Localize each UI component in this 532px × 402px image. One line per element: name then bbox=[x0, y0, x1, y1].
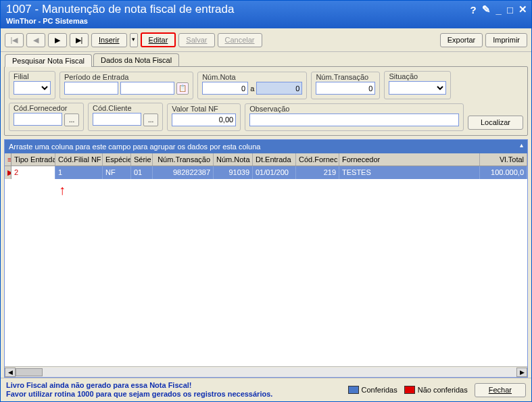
label-codfornec: Cód.Fornecedor bbox=[14, 104, 79, 112]
table-row[interactable]: ▶ 2 1 NF 01 982822387 91039 01/01/200 21… bbox=[5, 166, 527, 179]
periodo-ate-input[interactable] bbox=[120, 82, 174, 95]
group-numnota: Núm.Nota a bbox=[197, 72, 307, 99]
col-especie[interactable]: Espécie bbox=[103, 153, 131, 166]
label-numnota: Núm.Nota bbox=[202, 73, 302, 81]
col-codfornec[interactable]: Cód.Fornec bbox=[296, 153, 339, 166]
numnota-de-input[interactable] bbox=[202, 82, 248, 95]
cell-filial: 1 bbox=[55, 166, 103, 179]
label-situacao: Situação bbox=[389, 72, 446, 80]
numnota-ate-input[interactable] bbox=[256, 82, 302, 95]
group-localizar: Localizar bbox=[468, 116, 523, 131]
close-icon[interactable]: ✕ bbox=[518, 3, 527, 16]
cell-fornecedor: TESTES bbox=[339, 166, 480, 179]
edit-icon[interactable]: ✎ bbox=[482, 3, 491, 16]
titlebar: 1007 - Manutenção de nota fiscal de entr… bbox=[1, 1, 531, 28]
main-window: 1007 - Manutenção de nota fiscal de entr… bbox=[0, 0, 532, 402]
filial-select[interactable] bbox=[14, 81, 51, 95]
col-fornecedor[interactable]: Fornecedor bbox=[339, 153, 480, 166]
salvar-button[interactable]: Salvar bbox=[178, 33, 214, 47]
group-codfornec: Cód.Fornecedor ... bbox=[9, 103, 84, 131]
valortotal-input[interactable] bbox=[172, 114, 236, 126]
exportar-button[interactable]: Exportar bbox=[440, 33, 483, 47]
label-filial: Filial bbox=[14, 72, 51, 80]
periodo-de-input[interactable] bbox=[64, 82, 118, 95]
row-indicator-head: ≡ bbox=[5, 153, 11, 166]
col-trans[interactable]: Núm.Transação bbox=[153, 153, 214, 166]
horizontal-scrollbar[interactable]: ◀ ▶ bbox=[5, 366, 527, 377]
help-icon[interactable]: ? bbox=[470, 4, 476, 16]
calendar-icon[interactable]: 📋 bbox=[176, 82, 189, 95]
swatch-nao-conferidas bbox=[404, 386, 415, 394]
grid-body[interactable]: ▶ 2 1 NF 01 982822387 91039 01/01/200 21… bbox=[5, 166, 527, 367]
fechar-button[interactable]: Fechar bbox=[475, 383, 526, 397]
scroll-track[interactable] bbox=[16, 368, 516, 377]
localizar-button[interactable]: Localizar bbox=[468, 116, 523, 130]
codcliente-input[interactable] bbox=[93, 113, 141, 126]
cell-serie: 01 bbox=[131, 166, 153, 179]
label-nao-conferidas: Não conferidas bbox=[418, 386, 468, 394]
situacao-select[interactable] bbox=[389, 81, 446, 95]
window-subtitle: WinThor - PC Sistemas bbox=[6, 17, 526, 25]
group-numtrans: Núm.Transação bbox=[311, 72, 380, 99]
scroll-left-icon[interactable]: ◀ bbox=[5, 368, 16, 377]
tab-dados[interactable]: Dados da Nota Fiscal bbox=[93, 53, 179, 66]
grid-header: ≡ Tipo Entrada Cód.Filial NF Espécie Sér… bbox=[5, 153, 527, 166]
nav-first-button[interactable]: |◀ bbox=[5, 33, 24, 47]
col-vltotal[interactable]: Vl.Total bbox=[480, 153, 527, 166]
nav-last-button[interactable]: ▶| bbox=[70, 33, 89, 47]
filter-panel: Filial Período de Entrada 📋 Núm.Nota a N… bbox=[4, 66, 528, 136]
group-hint: Arraste uma coluna para este campo para … bbox=[9, 143, 260, 151]
label-numtrans: Núm.Transação bbox=[316, 73, 375, 81]
label-periodo: Período de Entrada bbox=[64, 73, 189, 81]
footer-message: Livro Fiscal ainda não gerado para essa … bbox=[6, 381, 272, 399]
tabs: Pesquisar Nota Fiscal Dados da Nota Fisc… bbox=[1, 53, 531, 66]
grid: Arraste uma coluna para este campo para … bbox=[4, 139, 528, 378]
group-by-bar[interactable]: Arraste uma coluna para este campo para … bbox=[5, 140, 527, 153]
nav-next-button[interactable]: ▶ bbox=[48, 33, 67, 47]
label-valortotal: Valor Total NF bbox=[172, 105, 236, 113]
footer-msg-2: Favor utilizar rotina 1000 para que seja… bbox=[6, 390, 272, 399]
observacao-input[interactable] bbox=[249, 114, 459, 126]
scroll-thumb[interactable] bbox=[16, 368, 43, 376]
codcliente-lookup-button[interactable]: ... bbox=[143, 114, 158, 126]
editar-button[interactable]: Editar bbox=[141, 32, 176, 47]
inserir-button[interactable]: Inserir bbox=[91, 33, 127, 47]
cell-especie: NF bbox=[103, 166, 131, 179]
scroll-right-icon[interactable]: ▶ bbox=[516, 368, 527, 377]
cell-dt: 01/01/200 bbox=[253, 166, 296, 179]
cell-vl: 100.000,0 bbox=[480, 166, 527, 179]
col-nota[interactable]: Núm.Nota bbox=[214, 153, 253, 166]
codfornec-input[interactable] bbox=[14, 113, 62, 126]
group-filial: Filial bbox=[9, 71, 55, 99]
window-title: 1007 - Manutenção de nota fiscal de entr… bbox=[6, 3, 526, 16]
group-codcliente: Cód.Cliente ... bbox=[88, 103, 163, 131]
maximize-icon[interactable]: □ bbox=[507, 4, 513, 16]
label-observacao: Observação bbox=[249, 105, 459, 113]
footer: Livro Fiscal ainda não gerado para essa … bbox=[1, 378, 531, 401]
tab-pesquisar[interactable]: Pesquisar Nota Fiscal bbox=[5, 54, 92, 67]
minimize-icon[interactable]: _ bbox=[496, 4, 502, 16]
toolbar: |◀ ◀ ▶ ▶| Inserir ▾ Editar Salvar Cancel… bbox=[1, 28, 531, 52]
legend-nao-conferidas: Não conferidas bbox=[404, 386, 468, 394]
label-a: a bbox=[250, 84, 254, 93]
legend-conferidas: Conferidas bbox=[348, 386, 397, 394]
cell-codfornec: 219 bbox=[296, 166, 339, 179]
cell-nota: 91039 bbox=[214, 166, 253, 179]
numtrans-input[interactable] bbox=[316, 82, 375, 95]
group-periodo: Período de Entrada 📋 bbox=[59, 72, 193, 100]
group-valortotal: Valor Total NF bbox=[167, 103, 241, 131]
col-filial[interactable]: Cód.Filial NF bbox=[55, 153, 103, 166]
col-serie[interactable]: Série bbox=[131, 153, 153, 166]
inserir-dropdown[interactable]: ▾ bbox=[130, 33, 138, 47]
col-tipo[interactable]: Tipo Entrada bbox=[11, 153, 55, 166]
nav-prev-button[interactable]: ◀ bbox=[26, 33, 45, 47]
window-controls: ? ✎ _ □ ✕ bbox=[470, 3, 527, 16]
cancelar-button[interactable]: Cancelar bbox=[218, 33, 262, 47]
collapse-icon[interactable]: ▴ bbox=[520, 141, 523, 149]
cell-trans: 982822387 bbox=[153, 166, 214, 179]
imprimir-button[interactable]: Imprimir bbox=[485, 33, 527, 47]
codfornec-lookup-button[interactable]: ... bbox=[64, 114, 79, 126]
label-codcliente: Cód.Cliente bbox=[93, 104, 158, 112]
swatch-conferidas bbox=[348, 386, 359, 394]
col-dt[interactable]: Dt.Entrada bbox=[253, 153, 296, 166]
